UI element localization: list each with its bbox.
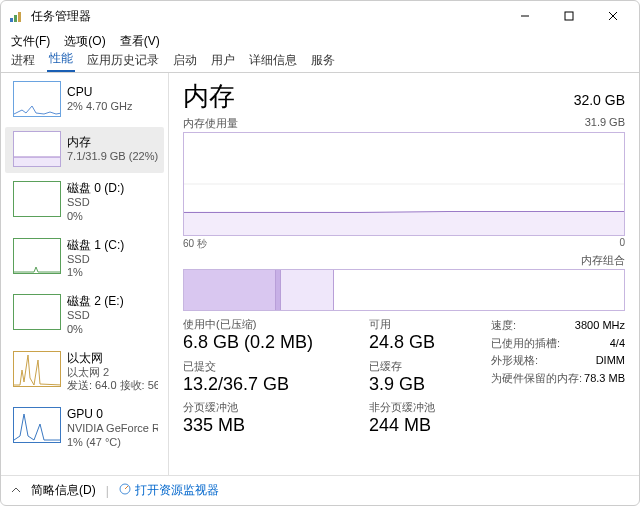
app-icon — [9, 8, 25, 24]
svg-rect-9 — [184, 211, 624, 235]
page-title: 内存 — [183, 79, 574, 114]
sidebar-item-disk0[interactable]: 磁盘 0 (D:)SSD0% — [5, 177, 164, 230]
main-panel: 内存 32.0 GB 内存使用量31.9 GB 60 秒0 内存组合 — [169, 73, 639, 475]
footer: 简略信息(D) | 打开资源监视器 — [1, 475, 639, 505]
svg-rect-0 — [10, 18, 13, 22]
stat-cached: 3.9 GB — [369, 374, 479, 395]
total-memory: 32.0 GB — [574, 92, 625, 108]
sidebar-item-memory[interactable]: 内存7.1/31.9 GB (22%) — [5, 127, 164, 173]
menubar: 文件(F) 选项(O) 查看(V) — [1, 31, 639, 51]
composition-label: 内存组合 — [581, 253, 625, 268]
usage-label: 内存使用量 — [183, 116, 238, 131]
memory-usage-graph[interactable] — [183, 132, 625, 236]
sidebar-mem-sub: 7.1/31.9 GB (22%) — [67, 150, 158, 164]
menu-file[interactable]: 文件(F) — [11, 33, 50, 50]
brief-info-button[interactable]: 简略信息(D) — [31, 482, 96, 499]
stat-nonpaged: 244 MB — [369, 415, 479, 436]
sidebar-item-cpu[interactable]: CPU2% 4.70 GHz — [5, 77, 164, 123]
axis-right: 0 — [619, 237, 625, 251]
svg-rect-2 — [18, 12, 21, 22]
minimize-button[interactable] — [503, 1, 547, 31]
maximize-button[interactable] — [547, 1, 591, 31]
svg-rect-7 — [14, 157, 61, 166]
stat-committed: 13.2/36.7 GB — [183, 374, 343, 395]
stat-available: 24.8 GB — [369, 332, 479, 353]
sidebar-item-ethernet[interactable]: 以太网以太网 2发送: 64.0 接收: 56. — [5, 347, 164, 400]
task-manager-window: 任务管理器 文件(F) 选项(O) 查看(V) 进程 性能 应用历史记录 启动 … — [0, 0, 640, 506]
titlebar[interactable]: 任务管理器 — [1, 1, 639, 31]
sidebar-mem-title: 内存 — [67, 135, 158, 150]
svg-rect-4 — [565, 12, 573, 20]
memory-spec: 速度:3800 MHz 已使用的插槽:4/4 外形规格:DIMM 为硬件保留的内… — [491, 317, 625, 442]
sidebar-cpu-title: CPU — [67, 85, 132, 100]
tab-services[interactable]: 服务 — [309, 49, 337, 72]
monitor-icon — [119, 483, 131, 498]
tabbar: 进程 性能 应用历史记录 启动 用户 详细信息 服务 — [1, 51, 639, 73]
sidebar-item-disk1[interactable]: 磁盘 1 (C:)SSD1% — [5, 234, 164, 287]
sidebar-item-gpu[interactable]: GPU 0NVIDIA GeForce R11% (47 °C) — [5, 403, 164, 456]
close-button[interactable] — [591, 1, 635, 31]
tab-processes[interactable]: 进程 — [9, 49, 37, 72]
sidebar-cpu-sub: 2% 4.70 GHz — [67, 100, 132, 114]
axis-left: 60 秒 — [183, 237, 207, 251]
usage-max: 31.9 GB — [585, 116, 625, 131]
tab-details[interactable]: 详细信息 — [247, 49, 299, 72]
tab-performance[interactable]: 性能 — [47, 47, 75, 72]
memory-composition-graph[interactable] — [183, 269, 625, 311]
open-resource-monitor-link[interactable]: 打开资源监视器 — [119, 482, 219, 499]
tab-users[interactable]: 用户 — [209, 49, 237, 72]
tab-app-history[interactable]: 应用历史记录 — [85, 49, 161, 72]
menu-view[interactable]: 查看(V) — [120, 33, 160, 50]
sidebar: CPU2% 4.70 GHz 内存7.1/31.9 GB (22%) 磁盘 0 … — [1, 73, 169, 475]
sidebar-item-disk2[interactable]: 磁盘 2 (E:)SSD0% — [5, 290, 164, 343]
window-title: 任务管理器 — [31, 8, 503, 25]
tab-startup[interactable]: 启动 — [171, 49, 199, 72]
svg-line-11 — [125, 486, 128, 489]
chevron-up-icon[interactable] — [11, 484, 21, 498]
stat-in-use: 6.8 GB (0.2 MB) — [183, 332, 343, 353]
stat-paged: 335 MB — [183, 415, 343, 436]
svg-rect-1 — [14, 15, 17, 22]
